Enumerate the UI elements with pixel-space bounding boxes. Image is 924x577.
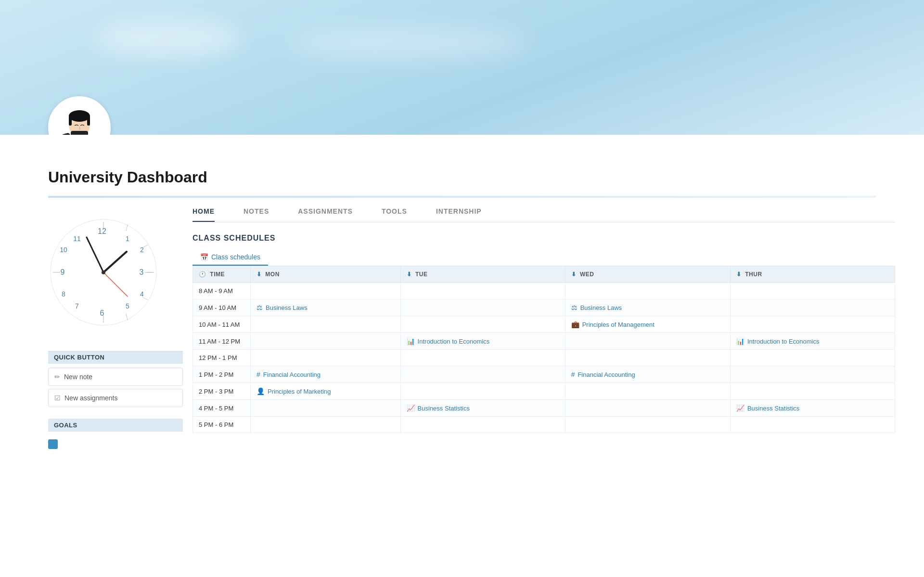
checkbox-icon: ☑ <box>54 394 61 402</box>
table-row: 5 PM - 6 PM <box>193 417 895 433</box>
tab-internship[interactable]: INTERNSHIP <box>436 207 482 222</box>
svg-rect-11 <box>87 116 90 126</box>
table-row: 12 PM - 1 PM <box>193 350 895 366</box>
svg-text:8: 8 <box>62 290 65 298</box>
tue-cell: 📊Introduction to Economics <box>400 333 565 350</box>
col-header-time: 🕐 TIME <box>193 266 251 283</box>
time-cell: 8 AM - 9 AM <box>193 283 251 299</box>
svg-text:1: 1 <box>126 235 129 243</box>
thur-cell <box>730 383 895 400</box>
mon-cell <box>251 333 401 350</box>
table-row: 2 PM - 3 PM👤Principles of Marketing <box>193 383 895 400</box>
tue-cell: 📈Business Statistics <box>400 400 565 417</box>
class-schedules-section: CLASS SCHEDULES 📅 Class schedules 🕐 <box>192 234 895 433</box>
table-row: 9 AM - 10 AM⚖Business Laws⚖Business Laws <box>193 299 895 316</box>
page-body: University Dashboard <box>0 135 924 577</box>
arrow-down-icon-wed: ⬇ <box>571 271 577 278</box>
svg-point-40 <box>102 270 105 274</box>
subject-cell: 👤Principles of Marketing <box>257 387 395 395</box>
mon-cell <box>251 417 401 433</box>
title-area: University Dashboard <box>0 135 924 196</box>
hero-banner <box>0 0 924 135</box>
mon-cell: #Financial Accounting <box>251 366 401 383</box>
mon-cell <box>251 283 401 299</box>
subject-cell: ⚖Business Laws <box>571 304 724 311</box>
subject-icon: 👤 <box>257 387 265 395</box>
tab-assignments[interactable]: ASSIGNMENTS <box>298 207 353 222</box>
tue-cell <box>400 350 565 366</box>
subject-icon: # <box>571 371 575 378</box>
schedule-table: 🕐 TIME ⬇ MON ⬇ TUE <box>192 266 895 433</box>
thur-cell: 📈Business Statistics <box>730 400 895 417</box>
new-note-button[interactable]: ✏ New note <box>48 368 183 386</box>
table-row: 10 AM - 11 AM💼Principles of Management <box>193 316 895 333</box>
svg-line-38 <box>87 237 103 272</box>
subject-cell: 💼Principles of Management <box>571 321 724 328</box>
wed-cell <box>565 283 730 299</box>
svg-text:3: 3 <box>140 268 144 276</box>
subject-label: Introduction to Economics <box>747 338 820 345</box>
svg-line-37 <box>103 252 127 272</box>
subject-label: Business Laws <box>580 304 622 311</box>
sidebar: 12 3 6 9 1 2 4 5 7 8 10 11 <box>0 198 183 573</box>
time-cell: 5 PM - 6 PM <box>193 417 251 433</box>
thur-cell: 📊Introduction to Economics <box>730 333 895 350</box>
tab-tools[interactable]: TOOLS <box>382 207 407 222</box>
subject-label: Principles of Management <box>582 321 654 328</box>
wed-cell <box>565 350 730 366</box>
tue-cell <box>400 316 565 333</box>
goals-content <box>48 436 183 453</box>
clock-face: 12 3 6 9 1 2 4 5 7 8 10 11 <box>48 217 159 328</box>
col-header-thur: ⬇ THUR <box>730 266 895 283</box>
wed-cell <box>565 383 730 400</box>
svg-text:4: 4 <box>140 290 144 298</box>
arrow-down-icon-tue: ⬇ <box>407 271 412 278</box>
table-header-row: 🕐 TIME ⬇ MON ⬇ TUE <box>193 266 895 283</box>
svg-text:7: 7 <box>75 302 79 310</box>
nav-tabs: HOME NOTES ASSIGNMENTS TOOLS INTERNSHIP <box>192 207 895 222</box>
subject-cell: ⚖Business Laws <box>257 304 395 311</box>
time-cell: 2 PM - 3 PM <box>193 383 251 400</box>
svg-line-20 <box>126 224 128 231</box>
wed-cell <box>565 417 730 433</box>
time-cell: 11 AM - 12 PM <box>193 333 251 350</box>
subject-label: Financial Accounting <box>578 371 635 378</box>
tab-home[interactable]: HOME <box>192 207 215 222</box>
svg-text:12: 12 <box>98 227 106 235</box>
tab-notes[interactable]: NOTES <box>244 207 269 222</box>
wed-cell <box>565 333 730 350</box>
new-note-label: New note <box>64 373 92 381</box>
subject-cell: 📊Introduction to Economics <box>407 337 559 345</box>
goals-placeholder <box>48 439 58 449</box>
page-title: University Dashboard <box>48 168 876 186</box>
subject-icon: 💼 <box>571 321 579 328</box>
tue-cell <box>400 299 565 316</box>
wed-cell: #Financial Accounting <box>565 366 730 383</box>
subject-cell: 📈Business Statistics <box>736 404 889 412</box>
svg-text:6: 6 <box>100 309 104 317</box>
svg-line-39 <box>103 272 128 296</box>
subject-cell: #Financial Accounting <box>571 371 724 378</box>
class-schedules-title: CLASS SCHEDULES <box>192 234 895 243</box>
subject-icon: 📈 <box>407 404 415 412</box>
svg-rect-10 <box>69 116 72 126</box>
subject-icon: ⚖ <box>571 304 578 311</box>
table-row: 11 AM - 12 PM📊Introduction to Economics📊… <box>193 333 895 350</box>
col-header-mon: ⬇ MON <box>251 266 401 283</box>
avatar-image <box>51 99 108 135</box>
schedule-tab-bar: 📅 Class schedules <box>192 249 895 266</box>
new-assignments-button[interactable]: ☑ New assignments <box>48 389 183 407</box>
subject-icon: ⚖ <box>257 304 263 311</box>
col-header-wed: ⬇ WED <box>565 266 730 283</box>
thur-cell <box>730 283 895 299</box>
goals-section: GOALS <box>48 419 183 453</box>
subject-label: Business Laws <box>266 304 308 311</box>
edit-icon: ✏ <box>54 373 60 381</box>
goals-header: GOALS <box>48 419 183 432</box>
tue-cell <box>400 417 565 433</box>
schedule-tbody: 8 AM - 9 AM9 AM - 10 AM⚖Business Laws⚖Bu… <box>193 283 895 433</box>
time-cell: 12 PM - 1 PM <box>193 350 251 366</box>
tue-cell <box>400 283 565 299</box>
class-schedules-tab[interactable]: 📅 Class schedules <box>192 249 268 266</box>
main-layout: 12 3 6 9 1 2 4 5 7 8 10 11 <box>0 198 924 573</box>
